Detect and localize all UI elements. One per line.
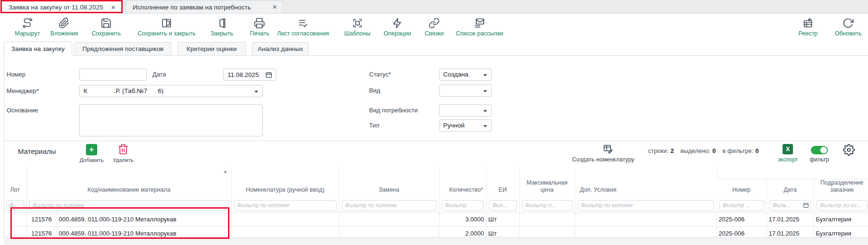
filter-replacement-input[interactable] (342, 200, 437, 211)
sort-asc-icon[interactable]: ▲ (223, 169, 227, 174)
filter-lot-input[interactable] (6, 200, 24, 211)
number-input[interactable] (79, 68, 147, 81)
col-header-replacement[interactable]: Замена (339, 168, 439, 198)
tab-supplier-offers[interactable]: Предложения поставщиков (75, 42, 171, 55)
window-tab-bar: Заявка на закупку от 11.08.2025 ✕ Исполн… (0, 0, 868, 14)
mailing-list-icon (474, 17, 485, 29)
close-icon[interactable]: ✕ (272, 4, 277, 10)
filter-toggle[interactable] (811, 146, 828, 154)
app-window: Заявка на закупку от 11.08.2025 ✕ Исполн… (0, 0, 868, 245)
basis-textarea[interactable] (79, 104, 263, 136)
filter-quantity-input[interactable] (442, 200, 484, 211)
save-button[interactable]: Сохранить (92, 17, 121, 37)
operations-button[interactable]: Операции (384, 17, 411, 37)
excel-export-icon[interactable]: X (783, 144, 793, 154)
in-filter-counter: в фильтре:0 (722, 147, 758, 154)
need-kind-select[interactable] (439, 104, 492, 117)
number-label: Номер (7, 68, 25, 81)
filter-toggle-label: фильтр (802, 156, 836, 163)
basis-label: Основание (7, 104, 38, 117)
col-header-department[interactable]: Подразделение заказчик (814, 179, 868, 198)
window-tab-label: Заявка на закупку от 11.08.2025 (8, 4, 103, 11)
add-icon[interactable]: + (86, 144, 97, 155)
col-header-unit[interactable]: ЕИ (486, 168, 519, 198)
table-row[interactable]: 121576 000.4859. 011.000-119-210 Металло… (4, 212, 868, 227)
calendar-icon[interactable] (803, 202, 809, 208)
paperclip-icon (59, 17, 70, 29)
col-group-header (716, 168, 868, 179)
materials-title: Материалы (18, 147, 56, 155)
refresh-button[interactable]: Обновить (835, 17, 862, 37)
col-header-nomenclature[interactable]: Номенклатура (ручной ввод) (231, 168, 339, 198)
lightning-icon (392, 17, 403, 29)
col-header-conditions[interactable]: Доп. Условия (575, 168, 716, 198)
filter-nomenclature-input[interactable] (234, 200, 337, 211)
tab-evaluation-criteria[interactable]: Критерии оценки (177, 42, 246, 55)
links-button[interactable]: Связки (425, 17, 444, 37)
col-header-code-name[interactable]: ▲ Код/наименование материала (26, 168, 231, 198)
col-header-lot[interactable]: Лот (4, 168, 26, 198)
tab-purchase-request[interactable]: Заявка на закупку (4, 42, 72, 56)
manager-select[interactable]: К .Р. (Таб.№7 6) (79, 85, 263, 97)
col-header-date[interactable]: Дата (767, 179, 814, 198)
create-nomenclature-icon[interactable] (603, 144, 613, 156)
window-tab-label: Исполнение по заявкам на потребность (133, 4, 251, 11)
printer-icon (254, 17, 265, 29)
create-nomenclature-button[interactable]: Создать номенклатуру (561, 156, 646, 163)
delete-button[interactable]: Удалить (101, 157, 146, 163)
save-and-close-button[interactable]: Сохранить и закрыть (138, 17, 195, 37)
selected-counter: выделено:0 (681, 147, 716, 154)
close-icon[interactable]: ✕ (111, 4, 116, 11)
refresh-icon (843, 17, 854, 29)
type-select[interactable]: Ручной (439, 119, 492, 132)
filter-code-name-input[interactable] (29, 200, 229, 211)
mailing-list-button[interactable]: Список рассылки (456, 17, 503, 37)
route-icon (22, 17, 33, 29)
save-close-icon (161, 17, 172, 29)
filter-number-input[interactable] (719, 200, 764, 211)
window-tab-purchase-request[interactable]: Заявка на закупку от 11.08.2025 ✕ (1, 0, 122, 14)
toolbar: Маршрут Вложения Сохранить Сохранить и з… (0, 14, 868, 41)
print-button[interactable]: Печать (250, 17, 270, 37)
window-tab-execution[interactable]: Исполнение по заявкам на потребность ✕ (126, 0, 283, 14)
templates-button[interactable]: Шаблоны (344, 17, 370, 37)
need-kind-label: Вид потребности (369, 104, 418, 117)
filter-department-input[interactable] (817, 200, 868, 211)
status-label: Статус* (369, 68, 391, 81)
filter-unit-input[interactable] (489, 200, 517, 211)
type-label: Тип (369, 119, 379, 132)
registry-icon (802, 17, 814, 29)
registry-button[interactable]: Реестр (799, 17, 818, 37)
kind-select[interactable] (439, 84, 492, 97)
approval-sheet-button[interactable]: Лист согласования (277, 17, 329, 37)
filter-max-price-input[interactable] (522, 200, 573, 211)
date-input[interactable] (223, 68, 276, 81)
gear-icon[interactable] (843, 144, 855, 158)
manager-label: Менеджер* (7, 85, 39, 97)
col-header-max-price[interactable]: Максимальная цена (519, 168, 575, 198)
door-icon (216, 17, 228, 29)
grid-counters: строки:2 выделено:0 в фильтре:0 (648, 147, 759, 154)
link-icon (429, 17, 440, 29)
approval-sheet-icon (297, 17, 309, 29)
status-select[interactable]: Создана (439, 68, 492, 81)
col-header-quantity[interactable]: Количество* (439, 168, 486, 198)
kind-label: Вид (369, 84, 380, 97)
route-button[interactable]: Маршрут (15, 17, 40, 37)
close-button[interactable]: Закрыть (211, 17, 233, 37)
tab-data-analysis[interactable]: Анализ данных (252, 42, 309, 55)
trash-icon[interactable] (118, 144, 129, 157)
col-header-number[interactable]: Номер (716, 179, 767, 198)
materials-divider (4, 141, 868, 141)
rows-counter: строки:2 (648, 147, 674, 154)
save-icon (101, 17, 112, 29)
filter-conditions-input[interactable] (578, 200, 714, 211)
materials-table: Лот ▲ Код/наименование материала Номенкл… (4, 168, 868, 241)
date-label: Дата (152, 68, 166, 81)
attachments-button[interactable]: Вложения (51, 17, 78, 37)
templates-icon (352, 17, 363, 29)
calendar-icon[interactable] (265, 71, 272, 78)
horizontal-scroll-area[interactable] (4, 237, 868, 245)
